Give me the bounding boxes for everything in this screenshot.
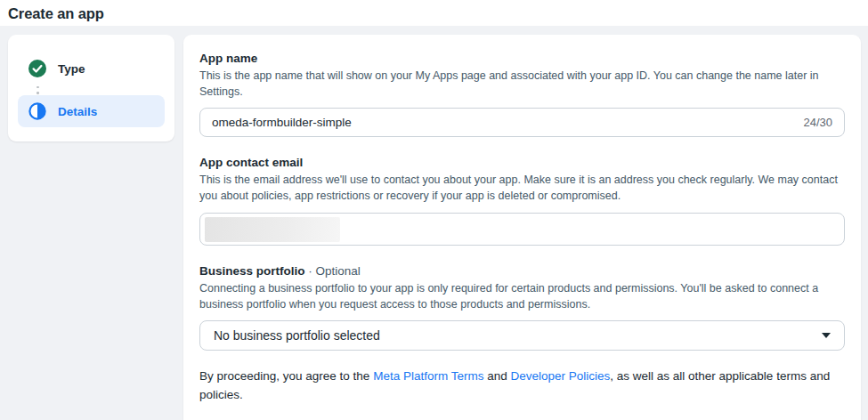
page-title: Create an app bbox=[8, 5, 860, 22]
app-name-input[interactable] bbox=[212, 109, 794, 136]
check-circle-icon bbox=[28, 60, 46, 77]
contact-email-section: App contact email This is the email addr… bbox=[199, 156, 845, 245]
contact-email-description: This is the email address we'll use to c… bbox=[199, 172, 845, 204]
app-name-input-shell: 24/30 bbox=[199, 108, 845, 137]
contact-email-input-shell bbox=[199, 213, 845, 246]
business-portfolio-description: Connecting a business portfolio to your … bbox=[199, 280, 845, 312]
business-portfolio-selected-value: No business portfolio selected bbox=[214, 328, 380, 343]
step-connector bbox=[37, 85, 165, 95]
terms-text: By proceeding, you agree to the Meta Pla… bbox=[199, 368, 845, 405]
app-name-section: App name This is the app name that will … bbox=[199, 52, 845, 137]
app-name-char-counter: 24/30 bbox=[803, 116, 832, 129]
business-portfolio-section: Business portfolio · Optional Connecting… bbox=[199, 264, 845, 351]
steps-sidebar: Type Details bbox=[8, 35, 174, 141]
optional-tag: · Optional bbox=[305, 264, 361, 278]
business-portfolio-dropdown[interactable]: No business portfolio selected bbox=[199, 320, 845, 351]
content-area: Type Details App name This is the app na… bbox=[0, 26, 868, 420]
app-name-label: App name bbox=[199, 52, 845, 65]
business-portfolio-label: Business portfolio · Optional bbox=[199, 264, 845, 278]
meta-platform-terms-link[interactable]: Meta Platform Terms bbox=[373, 369, 483, 383]
half-filled-circle-icon bbox=[28, 102, 46, 120]
app-name-description: This is the app name that will show on y… bbox=[199, 68, 845, 100]
create-app-form: App name This is the app name that will … bbox=[183, 35, 861, 420]
developer-policies-link[interactable]: Developer Policies bbox=[510, 369, 610, 383]
caret-down-icon bbox=[822, 333, 831, 338]
step-details-label: Details bbox=[58, 105, 97, 118]
redacted-email-value bbox=[205, 217, 340, 242]
page-header: Create an app bbox=[0, 0, 868, 26]
step-type-label: Type bbox=[58, 62, 85, 76]
step-details[interactable]: Details bbox=[18, 95, 165, 127]
step-type[interactable]: Type bbox=[18, 52, 165, 85]
contact-email-label: App contact email bbox=[199, 156, 845, 169]
